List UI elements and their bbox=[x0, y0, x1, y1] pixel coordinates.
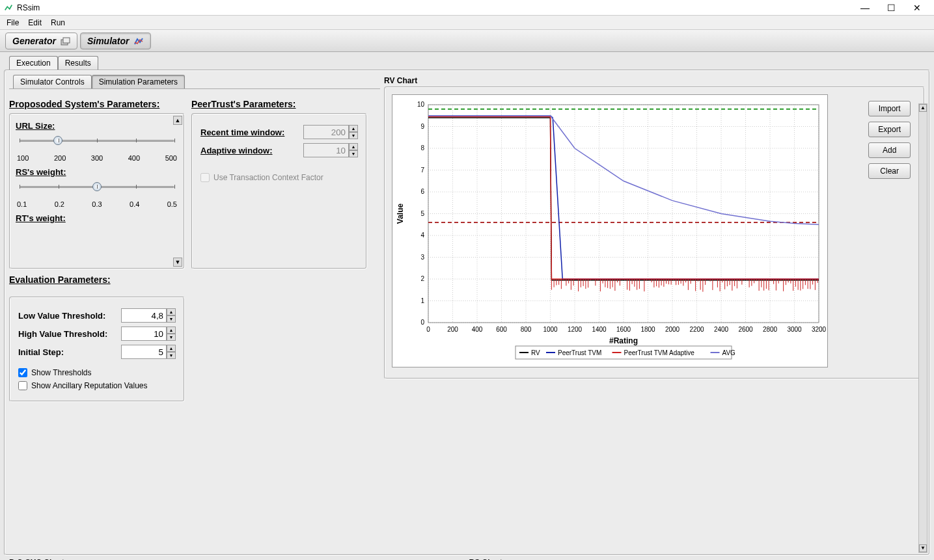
svg-text:3000: 3000 bbox=[787, 326, 802, 333]
svg-text:5: 5 bbox=[420, 210, 424, 217]
rt-weight-label: RT's weight: bbox=[16, 213, 178, 223]
show-thresh-label: Show Thresholds bbox=[31, 368, 92, 377]
svg-text:10: 10 bbox=[417, 101, 425, 108]
svg-text:2600: 2600 bbox=[738, 326, 753, 333]
svg-text:400: 400 bbox=[472, 326, 483, 333]
toolbar: Generator Simulator bbox=[0, 30, 934, 52]
tab-sim-controls[interactable]: Simulator Controls bbox=[13, 75, 92, 88]
step-label: Initial Step: bbox=[18, 347, 64, 357]
svg-text:600: 600 bbox=[496, 326, 507, 333]
clear-button[interactable]: Clear bbox=[868, 163, 911, 179]
tick: 300 bbox=[91, 154, 103, 162]
svg-text:8: 8 bbox=[420, 144, 424, 152]
tab-execution[interactable]: Execution bbox=[9, 56, 58, 70]
adaptive-input[interactable] bbox=[303, 143, 349, 157]
svg-text:2000: 2000 bbox=[665, 326, 680, 333]
adaptive-up[interactable]: ▲ bbox=[349, 143, 358, 150]
simulator-button[interactable]: Simulator bbox=[80, 33, 151, 49]
main-scrollbar[interactable]: ▲ ▼ bbox=[918, 103, 927, 553]
url-size-label: URL Size: bbox=[16, 121, 178, 131]
high-label: High Value Threshold: bbox=[18, 329, 107, 339]
show-anc-checkbox[interactable] bbox=[18, 381, 27, 390]
close-button[interactable]: ✕ bbox=[904, 1, 930, 15]
step-down[interactable]: ▼ bbox=[167, 352, 176, 359]
low-input[interactable] bbox=[121, 308, 167, 323]
scroll-up-icon[interactable]: ▲ bbox=[919, 104, 927, 112]
scroll-down-icon[interactable]: ▼ bbox=[919, 544, 927, 552]
proposed-heading: Proposoded System's Parameters: bbox=[9, 99, 185, 109]
generator-button[interactable]: Generator bbox=[5, 33, 77, 49]
simulator-icon bbox=[133, 36, 144, 46]
rs-weight-slider[interactable] bbox=[16, 180, 178, 200]
low-up[interactable]: ▲ bbox=[167, 308, 176, 315]
low-down[interactable]: ▼ bbox=[167, 315, 176, 323]
prop-scroll-down[interactable]: ▼ bbox=[173, 258, 182, 267]
step-up[interactable]: ▲ bbox=[167, 345, 176, 352]
rs-weight-label: RS's weight: bbox=[16, 167, 178, 177]
rv-chart: 0200400600800100012001400160018002000220… bbox=[392, 95, 829, 368]
svg-text:4: 4 bbox=[420, 232, 424, 239]
show-anc-label: Show Ancillary Reputation Values bbox=[31, 381, 148, 390]
svg-text:1400: 1400 bbox=[592, 326, 607, 333]
high-up[interactable]: ▲ bbox=[167, 327, 176, 334]
tcf-label: Use Transaction Context Factor bbox=[213, 173, 323, 182]
eval-panel: Low Value Threshold: ▲▼ High Value Thres… bbox=[9, 297, 185, 402]
export-button[interactable]: Export bbox=[868, 122, 911, 137]
eval-heading: Evaluation Parameters: bbox=[9, 274, 380, 285]
titlebar: RSsim — ☐ ✕ bbox=[0, 0, 934, 16]
high-input[interactable] bbox=[121, 327, 167, 341]
simulator-label: Simulator bbox=[87, 36, 130, 46]
svg-text:1200: 1200 bbox=[568, 326, 583, 333]
svg-text:1: 1 bbox=[420, 297, 424, 304]
top-tabs: Execution Results bbox=[9, 56, 930, 70]
menubar: File Edit Run bbox=[0, 16, 934, 30]
svg-text:AVG: AVG bbox=[722, 349, 736, 356]
high-down[interactable]: ▼ bbox=[167, 334, 176, 341]
minimize-button[interactable]: — bbox=[852, 1, 878, 15]
svg-text:2200: 2200 bbox=[689, 326, 704, 333]
tab-results[interactable]: Results bbox=[58, 56, 98, 70]
peer-panel: Recent time window: ▲▼ Adaptive window: bbox=[191, 113, 367, 269]
add-button[interactable]: Add bbox=[868, 142, 911, 158]
show-thresh-checkbox[interactable] bbox=[18, 368, 27, 377]
generator-label: Generator bbox=[12, 36, 56, 46]
maximize-button[interactable]: ☐ bbox=[878, 1, 904, 15]
svg-text:2400: 2400 bbox=[714, 326, 729, 333]
tick: 400 bbox=[128, 154, 140, 162]
step-input[interactable] bbox=[121, 345, 167, 359]
recent-label: Recent time window: bbox=[200, 127, 284, 137]
rv-chart-title: RV Chart bbox=[384, 76, 925, 85]
svg-text:800: 800 bbox=[521, 326, 532, 333]
svg-text:7: 7 bbox=[420, 167, 424, 174]
svg-text:1000: 1000 bbox=[543, 326, 558, 333]
recent-up[interactable]: ▲ bbox=[349, 125, 358, 132]
prop-scroll-up[interactable]: ▲ bbox=[173, 116, 182, 125]
menu-edit[interactable]: Edit bbox=[24, 17, 46, 29]
svg-text:2: 2 bbox=[420, 275, 424, 282]
tcf-checkbox[interactable] bbox=[200, 173, 210, 182]
svg-text:0: 0 bbox=[420, 319, 424, 326]
sim-tabs: Simulator Controls Simulation Parameters bbox=[13, 75, 380, 88]
svg-text:9: 9 bbox=[420, 123, 424, 130]
recent-input[interactable] bbox=[303, 125, 349, 139]
adaptive-down[interactable]: ▼ bbox=[349, 150, 358, 157]
svg-text:0: 0 bbox=[426, 326, 430, 333]
menu-run[interactable]: Run bbox=[47, 17, 69, 29]
recent-down[interactable]: ▼ bbox=[349, 132, 358, 139]
tick: 0.4 bbox=[130, 200, 139, 208]
tick: 100 bbox=[17, 154, 29, 162]
svg-text:#Rating: #Rating bbox=[609, 336, 638, 345]
window-title: RSsim bbox=[17, 3, 852, 12]
tick: 200 bbox=[54, 154, 66, 162]
menu-file[interactable]: File bbox=[3, 17, 23, 29]
url-size-slider[interactable] bbox=[16, 133, 178, 154]
tab-sim-params[interactable]: Simulation Parameters bbox=[92, 75, 185, 88]
svg-rect-1 bbox=[63, 38, 70, 43]
tick: 0.2 bbox=[55, 200, 64, 208]
svg-text:1600: 1600 bbox=[616, 326, 631, 333]
svg-text:PeerTrust TVM: PeerTrust TVM bbox=[558, 349, 601, 356]
rv-chart-panel: Import Export Add Clear 0200400600800100… bbox=[384, 87, 925, 379]
svg-text:RV: RV bbox=[531, 349, 540, 356]
low-label: Low Value Threshold: bbox=[18, 311, 105, 321]
import-button[interactable]: Import bbox=[868, 101, 911, 116]
